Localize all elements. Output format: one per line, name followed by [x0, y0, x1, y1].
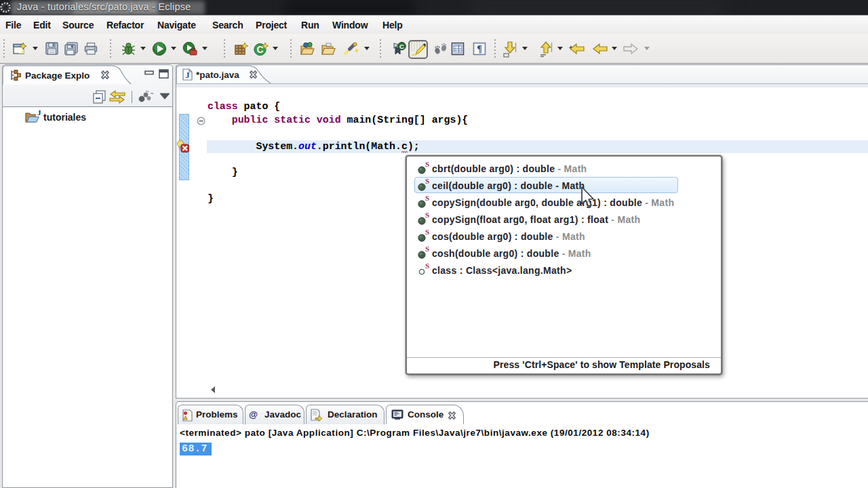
svg-text:S: S: [425, 194, 429, 202]
svg-text:J: J: [37, 110, 41, 117]
svg-text:S: S: [425, 177, 429, 185]
svg-text:S: S: [425, 211, 429, 219]
svg-text:C: C: [399, 43, 404, 50]
svg-text:¶: ¶: [477, 44, 482, 54]
svg-text:S: S: [425, 161, 429, 168]
svg-text:S: S: [425, 228, 429, 236]
svg-text:J: J: [186, 70, 190, 80]
svg-text:S: S: [425, 262, 429, 270]
svg-text:S: S: [425, 245, 429, 253]
